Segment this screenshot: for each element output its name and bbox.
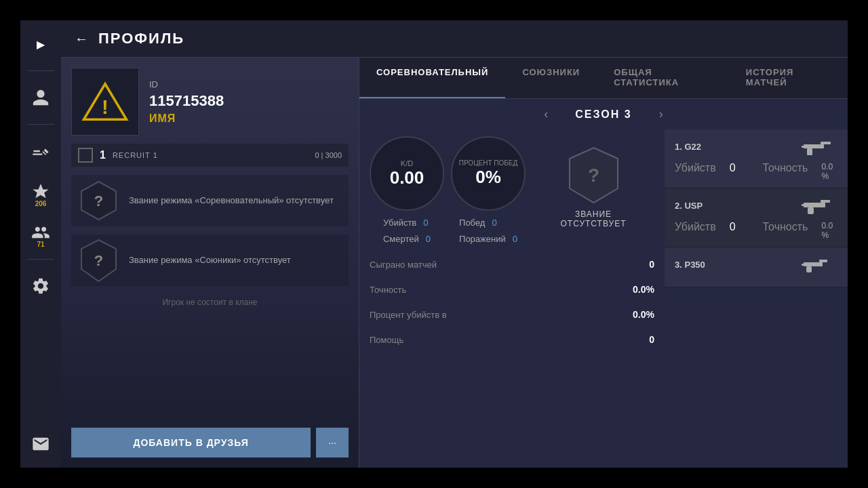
svg-rect-13 <box>821 200 830 203</box>
tab-allies[interactable]: СОЮЗНИКИ <box>505 58 597 98</box>
mail-icon <box>31 434 50 453</box>
svg-rect-9 <box>821 142 831 144</box>
sidebar-item-settings[interactable] <box>24 269 58 303</box>
season-prev-button[interactable]: ‹ <box>544 107 548 121</box>
kd-label: K/D <box>401 159 413 167</box>
deaths-stat: Смертей 0 <box>383 232 431 246</box>
weapon-p350-icon <box>800 254 837 274</box>
season-next-button[interactable]: › <box>659 107 663 121</box>
svg-rect-11 <box>802 146 805 148</box>
rank-name: RECRUIT 1 <box>113 151 309 159</box>
kills-label: Убийств <box>383 216 416 230</box>
kills-value: 0 <box>423 218 428 228</box>
weapon-name-row-3: 3. P350 <box>675 254 837 274</box>
matches-label: Сыграно матчей <box>370 260 437 270</box>
svg-text:?: ? <box>587 165 599 186</box>
stat-rows: Сыграно матчей 0 Точность 0.0% Процент у… <box>359 252 665 352</box>
weapon-item-usp: 2. USP Убийств 0 <box>665 188 848 247</box>
svg-rect-8 <box>804 144 824 148</box>
competitive-rank-card: ? Звание режима «Соревновательный» отсут… <box>71 175 349 226</box>
back-button[interactable]: ← <box>75 31 88 47</box>
allies-rank-card: ? Звание режима «Союники» отсутствует <box>71 235 349 286</box>
profile-icon <box>31 88 50 107</box>
profile-name: ИМЯ <box>149 113 224 125</box>
rank-progress: 0 | 3000 <box>315 151 342 159</box>
svg-rect-19 <box>802 264 804 266</box>
weapon-2-accuracy-value: 0.0 % <box>821 221 837 240</box>
sidebar: ▶ 206 71 <box>20 20 61 468</box>
main-panel: ← ПРОФИЛЬ ! ID 115715388 <box>61 20 848 468</box>
season-label: СЕЗОН 3 <box>575 108 631 121</box>
svg-rect-17 <box>819 260 827 262</box>
stat-row-accuracy: Точность 0.0% <box>359 277 665 302</box>
svg-rect-10 <box>807 148 812 155</box>
stats-panel: СОРЕВНОВАТЕЛЬНЫЙ СОЮЗНИКИ ОБЩАЯ СТАТИСТИ… <box>359 58 848 468</box>
svg-text:?: ? <box>94 192 102 209</box>
shield-badge-icon: ? <box>80 239 117 283</box>
kill-percent-value: 0.0% <box>633 309 654 320</box>
weapon-2-stats: Убийств 0 Точность 0.0 % <box>675 221 837 240</box>
weapon-list: 1. G22 Убийств 0 <box>665 129 848 468</box>
id-label: ID <box>149 79 224 89</box>
svg-rect-14 <box>808 207 814 214</box>
weapon-3-name: 3. P350 <box>675 260 705 270</box>
svg-text:?: ? <box>94 252 102 269</box>
sidebar-divider-3 <box>27 259 54 260</box>
competitive-rank-icon: ? <box>78 180 119 221</box>
losses-value: 0 <box>513 234 517 244</box>
add-friend-row: ДОБАВИТЬ В ДРУЗЬЯ ··· <box>71 428 349 458</box>
stat-row-matches: Сыграно матчей 0 <box>359 252 665 277</box>
weapon-g22-icon <box>800 136 837 157</box>
rank-icon <box>31 182 50 201</box>
sidebar-item-weapons[interactable] <box>24 134 58 168</box>
weapon-2-kills-value: 0 <box>730 221 736 240</box>
profile-text: ID 115715388 ИМЯ <box>149 79 224 125</box>
friends-icon <box>31 223 50 242</box>
upper-stats-row: K/D 0.00 Убийств 0 Смертей <box>359 129 665 252</box>
sidebar-item-play[interactable]: ▶ <box>24 27 58 61</box>
tabs-row: СОРЕВНОВАТЕЛЬНЫЙ СОЮЗНИКИ ОБЩАЯ СТАТИСТИ… <box>359 58 848 99</box>
winrate-label: Процент побед <box>456 159 521 167</box>
weapon-2-kills-label: Убийств <box>675 221 716 240</box>
tab-history[interactable]: ИСТОРИЯ МАТЧЕЙ <box>729 58 848 98</box>
deaths-value: 0 <box>426 234 431 244</box>
winrate-circle: Процент побед 0% <box>451 136 526 211</box>
sidebar-item-friends[interactable]: 71 <box>24 216 58 249</box>
weapon-1-kills-label: Убийств <box>675 162 716 181</box>
sidebar-item-rank[interactable]: 206 <box>24 175 58 209</box>
add-friend-button[interactable]: ДОБАВИТЬ В ДРУЗЬЯ <box>71 428 311 458</box>
svg-rect-18 <box>806 266 812 272</box>
profile-id: 115715388 <box>149 92 224 110</box>
hexagon-icon: ? <box>80 180 117 221</box>
assists-label: Помощь <box>370 335 403 345</box>
weapon-1-accuracy-label: Точность <box>763 162 808 181</box>
svg-rect-15 <box>802 204 804 206</box>
sidebar-item-profile[interactable] <box>24 81 58 115</box>
weapon-2-name: 2. USP <box>675 201 703 211</box>
wins-value: 0 <box>492 218 496 228</box>
tab-general[interactable]: ОБЩАЯ СТАТИСТИКА <box>597 58 729 98</box>
weapon-item-g22: 1. G22 Убийств 0 <box>665 129 848 188</box>
sidebar-item-mail[interactable] <box>24 427 58 461</box>
season-row: ‹ СЕЗОН 3 › <box>359 99 848 129</box>
rank-shield-icon: ? <box>568 146 619 204</box>
content-area: ! ID 115715388 ИМЯ 1 RECRUIT 1 0 | 3000 <box>61 58 848 468</box>
stat-row-kill-percent: Процент убийств в 0.0% <box>359 302 665 327</box>
tab-competitive[interactable]: СОРЕВНОВАТЕЛЬНЫЙ <box>359 58 505 98</box>
svg-rect-12 <box>804 203 825 207</box>
sidebar-divider-2 <box>27 124 54 125</box>
more-options-button[interactable]: ··· <box>316 428 349 458</box>
weapon-1-accuracy-value: 0.0 % <box>821 162 837 181</box>
rank-bar: 1 RECRUIT 1 0 | 3000 <box>71 144 349 167</box>
kd-circle: K/D 0.00 <box>370 136 444 211</box>
deaths-label: Смертей <box>383 232 419 246</box>
weapons-icon <box>31 142 50 161</box>
season-content: K/D 0.00 Убийств 0 Смертей <box>359 129 848 468</box>
weapon-1-name: 1. G22 <box>675 142 701 152</box>
play-icon: ▶ <box>37 38 45 51</box>
avatar: ! <box>71 68 139 136</box>
settings-icon <box>31 277 50 296</box>
kills-stat: Убийств 0 <box>383 216 431 230</box>
weapon-item-p350: 3. P350 <box>665 247 848 287</box>
weapon-2-accuracy-label: Точность <box>763 221 808 240</box>
